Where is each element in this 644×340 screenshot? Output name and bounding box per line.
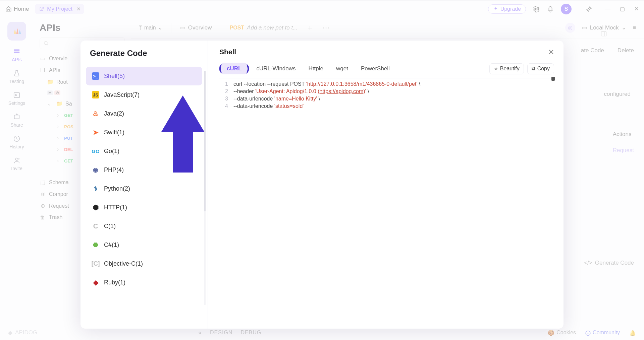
objc-icon: [C] [92, 260, 99, 267]
go-icon: GO [92, 147, 99, 155]
lang-item-objc[interactable]: [C]Objective-C(1) [86, 254, 202, 273]
c-icon: C [92, 222, 99, 230]
lang-item-php[interactable]: ◉PHP(4) [86, 160, 202, 179]
lang-label: Objective-C(1) [104, 260, 143, 267]
code-scroll-indicator[interactable] [551, 77, 555, 81]
curl-highlight-ring: cURL [219, 63, 249, 74]
copy-icon: ⧉ [532, 66, 535, 72]
modal-close-button[interactable]: ✕ [548, 48, 554, 57]
subtab-curl[interactable]: cURL [221, 63, 247, 74]
modal-language-panel: Generate Code >_Shell(5)JSJavaScript(7)♨… [80, 41, 208, 329]
lang-label: PHP(4) [104, 166, 124, 174]
ruby-icon: ◆ [92, 279, 99, 286]
lang-item-shell[interactable]: >_Shell(5) [86, 67, 202, 85]
lang-label: C(1) [104, 223, 116, 230]
subtab-curl-windows[interactable]: cURL-Windows [251, 63, 301, 75]
lang-item-c[interactable]: CC(1) [86, 217, 202, 235]
lang-item-python[interactable]: ⚕Python(2) [86, 179, 202, 198]
lang-label: JavaScript(7) [104, 91, 140, 98]
subtab-powershell[interactable]: PowerShell [356, 63, 395, 75]
java-icon: ♨ [92, 110, 99, 117]
scrollbar-thumb[interactable] [204, 71, 206, 211]
lang-label: C#(1) [104, 242, 119, 249]
lang-label: Go(1) [104, 148, 119, 155]
lang-item-js[interactable]: JSJavaScript(7) [86, 85, 202, 104]
python-icon: ⚕ [92, 185, 99, 192]
php-icon: ◉ [92, 166, 99, 174]
subtab-wget[interactable]: wget [331, 63, 354, 75]
lang-item-go[interactable]: GOGo(1) [86, 142, 202, 160]
lang-label: Shell(5) [104, 73, 125, 80]
shell-icon: >_ [92, 72, 99, 80]
modal-code-panel: Shell ✕ cURL cURL-Windows Httpie wget Po… [208, 41, 564, 329]
lang-scrollbar[interactable] [204, 71, 206, 305]
lang-label: Swift(1) [104, 129, 124, 136]
beautify-button[interactable]: ✧Beautify [489, 63, 524, 74]
csharp-icon: ⬣ [92, 241, 99, 249]
http-icon: ⬢ [92, 204, 99, 211]
copy-button[interactable]: ⧉Copy [527, 63, 554, 74]
lang-label: Python(2) [104, 185, 130, 192]
code-block[interactable]: 1curl --location --request POST 'http://… [219, 78, 554, 110]
subtabs-row: cURL cURL-Windows Httpie wget PowerShell… [219, 63, 554, 75]
generate-code-modal: Generate Code >_Shell(5)JSJavaScript(7)♨… [80, 41, 564, 329]
swift-icon: ➤ [92, 129, 99, 136]
lang-item-java[interactable]: ♨Java(2) [86, 104, 202, 123]
js-icon: JS [92, 91, 99, 98]
subtab-httpie[interactable]: Httpie [303, 63, 329, 75]
modal-title: Generate Code [80, 49, 208, 64]
wand-icon: ✧ [494, 66, 498, 72]
lang-item-ruby[interactable]: ◆Ruby(1) [86, 273, 202, 292]
modal-right-title: Shell [219, 48, 554, 56]
lang-item-http[interactable]: ⬢HTTP(1) [86, 198, 202, 217]
lang-label: Java(2) [104, 110, 124, 117]
lang-item-csharp[interactable]: ⬣C#(1) [86, 235, 202, 254]
lang-label: HTTP(1) [104, 204, 127, 211]
lang-item-swift[interactable]: ➤Swift(1) [86, 123, 202, 142]
lang-label: Ruby(1) [104, 279, 125, 286]
